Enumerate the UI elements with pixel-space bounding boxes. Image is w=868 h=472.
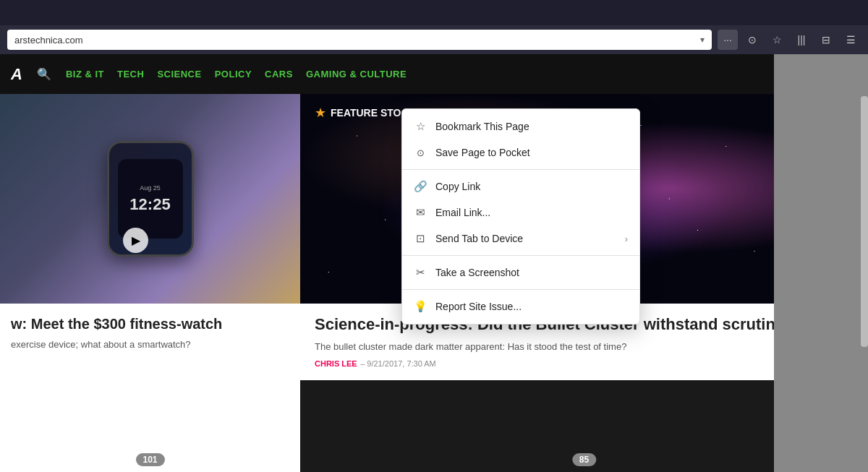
send-tab-arrow: ›	[625, 233, 628, 244]
feature-label: FEATURE STO	[331, 107, 401, 119]
bookmark-button[interactable]: ☆	[767, 30, 787, 50]
comment-badge-right: 85	[572, 453, 596, 466]
menu-item-email-link[interactable]: ✉ Email Link...	[402, 199, 639, 226]
scrollbar[interactable]	[861, 96, 868, 347]
nav-science[interactable]: SCIENCE	[157, 69, 201, 80]
email-link-icon: ✉	[414, 206, 427, 219]
watch-screen: Aug 25 12:25	[118, 159, 183, 239]
nav-gaming[interactable]: GAMING & CULTURE	[306, 69, 407, 80]
nav-policy[interactable]: POLICY	[215, 69, 252, 80]
right-sidebar	[774, 54, 868, 472]
copy-link-label: Copy Link	[435, 181, 628, 192]
send-tab-label: Send Tab to Device	[435, 233, 616, 244]
toolbar-icons: ··· ⊙ ☆ ||| ⊟ ☰	[718, 30, 861, 50]
menu-item-report[interactable]: 💡 Report Site Issue...	[402, 293, 639, 319]
fitbit-watch: Aug 25 12:25	[107, 141, 194, 257]
article-date: – 9/21/2017, 7:30 AM	[360, 359, 436, 368]
watch-date: Aug 25	[140, 184, 161, 192]
play-button[interactable]: ▶	[123, 228, 148, 253]
library-button[interactable]: |||	[791, 30, 812, 50]
divider-3	[402, 289, 639, 290]
article-right-desc: The bullet cluster made dark matter appa…	[315, 341, 854, 352]
watch-time: 12:25	[129, 195, 170, 214]
article-left-title: w: Meet the $300 fitness-watch	[11, 314, 289, 333]
article-author: CHRIS LEE	[315, 359, 357, 368]
address-bar-row: arstechnica.com ▾ ··· ⊙ ☆ ||| ⊟ ☰	[0, 25, 868, 54]
divider-2	[402, 255, 639, 256]
menu-item-send-tab[interactable]: ⊡ Send Tab to Device ›	[402, 226, 639, 252]
bookmark-menu-icon: ☆	[414, 120, 427, 133]
site-logo: A	[11, 65, 22, 84]
article-left[interactable]: Aug 25 12:25 ▶ w: Meet the $300 fitness-…	[0, 94, 300, 472]
pocket-menu-icon: ⊙	[414, 146, 427, 159]
page-content: A 🔍 BIZ & IT TECH SCIENCE POLICY CARS GA…	[0, 54, 868, 472]
send-tab-icon: ⊡	[414, 232, 427, 245]
nav-links: BIZ & IT TECH SCIENCE POLICY CARS GAMING…	[66, 69, 407, 80]
article-left-text: w: Meet the $300 fitness-watch exercise …	[0, 304, 300, 472]
feature-star-icon: ★	[315, 105, 326, 121]
menu-item-copy-link[interactable]: 🔗 Copy Link	[402, 173, 639, 199]
url-text: arstechnica.com	[14, 35, 697, 46]
screenshot-icon: ✂	[414, 266, 427, 279]
article-left-image: Aug 25 12:25 ▶	[0, 94, 300, 304]
nav-biz-it[interactable]: BIZ & IT	[66, 69, 104, 80]
pocket-label: Save Page to Pocket	[435, 147, 628, 158]
divider-1	[402, 169, 639, 170]
copy-link-icon: 🔗	[414, 180, 427, 193]
bookmark-label: Bookmark This Page	[435, 121, 628, 132]
menu-button[interactable]: ☰	[841, 30, 861, 50]
email-link-label: Email Link...	[435, 207, 628, 218]
article-left-subtitle: exercise device; what about a smartwatch…	[11, 339, 289, 350]
dropdown-chevron[interactable]: ▾	[700, 35, 705, 45]
tab-bar	[0, 0, 868, 25]
site-nav: A 🔍 BIZ & IT TECH SCIENCE POLICY CARS GA…	[0, 54, 868, 94]
search-icon[interactable]: 🔍	[37, 67, 51, 81]
more-button[interactable]: ···	[718, 30, 738, 50]
menu-item-pocket[interactable]: ⊙ Save Page to Pocket	[402, 140, 639, 166]
pocket-button[interactable]: ⊙	[742, 30, 762, 50]
feature-badge: ★ FEATURE STO	[315, 105, 401, 121]
reader-button[interactable]: ⊟	[816, 30, 836, 50]
address-bar[interactable]: arstechnica.com ▾	[7, 30, 712, 50]
report-label: Report Site Issue...	[435, 301, 628, 312]
comment-badge-left: 101	[135, 453, 164, 466]
nav-cars[interactable]: CARS	[265, 69, 293, 80]
screenshot-label: Take a Screenshot	[435, 267, 628, 278]
menu-item-bookmark[interactable]: ☆ Bookmark This Page	[402, 113, 639, 140]
context-menu: ☆ Bookmark This Page ⊙ Save Page to Pock…	[401, 108, 640, 325]
report-icon: 💡	[414, 300, 427, 313]
nav-tech[interactable]: TECH	[117, 69, 144, 80]
browser-chrome: arstechnica.com ▾ ··· ⊙ ☆ ||| ⊟ ☰	[0, 0, 868, 54]
menu-item-screenshot[interactable]: ✂ Take a Screenshot	[402, 259, 639, 286]
